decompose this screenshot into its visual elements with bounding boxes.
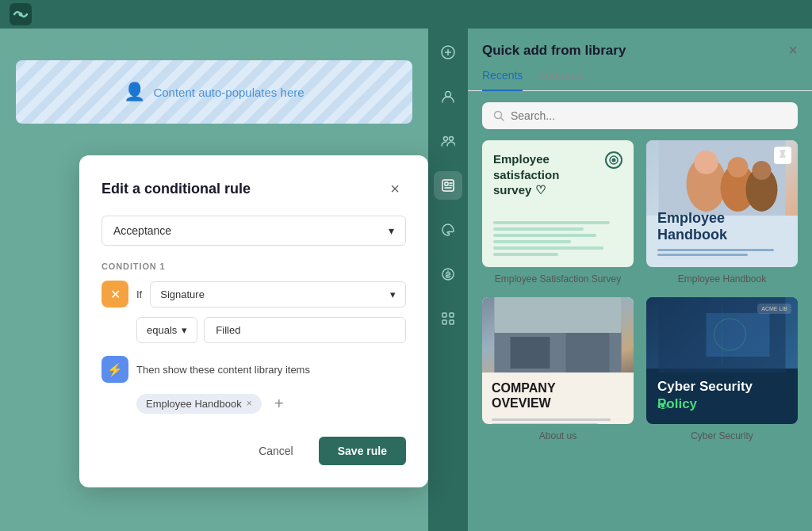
company-card[interactable]: COMPANYOVEVIEW — [482, 297, 634, 424]
list-item[interactable]: COMPANYOVEVIEW About us — [482, 297, 634, 441]
top-bar — [0, 0, 812, 29]
list-item[interactable]: ACME LIB Cyber Security Policy 👁 Cyber S… — [646, 297, 798, 441]
equals-row: equals ▾ Filled — [136, 317, 406, 343]
signature-chevron-icon: ▾ — [390, 288, 396, 300]
content-icon: 👤 — [124, 82, 145, 102]
svg-rect-16 — [450, 320, 454, 324]
svg-rect-30 — [511, 337, 550, 369]
modal-header: Edit a conditional rule × — [102, 178, 406, 200]
svg-point-25 — [728, 157, 749, 178]
survey-header: Employee satisfaction survey ♡ — [493, 151, 622, 198]
filled-value: Filled — [204, 317, 406, 343]
tab-featured[interactable]: Featured — [538, 69, 583, 91]
dropdown-chevron-icon: ▾ — [389, 224, 394, 237]
add-tag-button[interactable]: + — [268, 392, 290, 414]
main-container: 👤 Content auto-populates here Edit a con… — [0, 29, 812, 531]
modal-close-button[interactable]: × — [384, 178, 406, 200]
svg-rect-8 — [445, 182, 448, 185]
palette-icon-button[interactable] — [434, 216, 462, 244]
company-label: About us — [539, 430, 576, 441]
handbook-card[interactable]: EmployeeHandbook — [646, 140, 798, 267]
employee-handbook-tag[interactable]: Employee Handbook × — [136, 394, 262, 414]
svg-point-27 — [753, 161, 772, 180]
svg-point-0 — [19, 13, 23, 17]
company-lines — [482, 418, 634, 424]
equals-dropdown[interactable]: equals ▾ — [136, 317, 197, 343]
company-photo — [482, 297, 634, 372]
billing-icon-button[interactable] — [434, 260, 462, 288]
users-icon-button[interactable] — [434, 82, 462, 111]
then-label: Then show these content library items — [136, 364, 310, 376]
svg-rect-14 — [450, 313, 454, 317]
save-rule-button[interactable]: Save rule — [319, 437, 406, 465]
team-icon-button[interactable] — [434, 127, 462, 155]
library-header: Quick add from library × — [468, 29, 812, 59]
canvas-area: 👤 Content auto-populates here Edit a con… — [0, 29, 428, 531]
svg-point-20 — [612, 159, 616, 162]
tag-label: Employee Handbook — [146, 398, 242, 410]
acceptance-dropdown[interactable]: Acceptance ▾ — [102, 216, 406, 246]
grid-icon-button[interactable] — [434, 304, 462, 333]
condition-x-icon: ✕ — [102, 281, 128, 308]
svg-point-23 — [695, 151, 718, 174]
svg-rect-34 — [707, 313, 770, 357]
app-logo — [10, 3, 32, 25]
condition-if-row: ✕ If Signature ▾ — [102, 281, 406, 308]
cyber-label: Cyber Security — [691, 430, 753, 441]
library-panel: Quick add from library × Recents Feature… — [468, 29, 812, 531]
search-bar — [482, 102, 798, 129]
handbook-lines — [657, 249, 787, 256]
if-label: If — [136, 288, 142, 300]
auto-populate-text: Content auto-populates here — [153, 86, 304, 99]
survey-card[interactable]: Employee satisfaction survey ♡ — [482, 140, 634, 267]
handbook-label: Employee Handbook — [678, 273, 766, 285]
svg-rect-15 — [442, 320, 446, 324]
cyber-badge: ACME LIB — [757, 304, 791, 314]
icon-bar — [428, 29, 468, 531]
svg-rect-32 — [495, 297, 622, 333]
content-icon-button[interactable] — [434, 171, 462, 200]
conditional-rule-modal: Edit a conditional rule × Acceptance ▾ C… — [79, 155, 428, 487]
svg-line-18 — [501, 118, 504, 121]
add-icon-button[interactable] — [434, 38, 462, 67]
condition-lightning-icon: ⚡ — [102, 356, 128, 383]
library-close-button[interactable]: × — [788, 41, 798, 59]
modal-footer: Cancel Save rule — [102, 437, 406, 465]
company-title: COMPANYOVEVIEW — [482, 372, 634, 418]
signature-dropdown[interactable]: Signature ▾ — [150, 281, 406, 308]
cyber-title: Cyber Security Policy — [657, 378, 787, 413]
library-title: Quick add from library — [482, 43, 626, 59]
equals-chevron-icon: ▾ — [182, 324, 187, 336]
library-grid: Employee satisfaction survey ♡ — [468, 140, 812, 456]
search-input[interactable] — [511, 109, 787, 122]
handbook-badge — [774, 147, 791, 164]
modal-title: Edit a conditional rule — [102, 181, 251, 197]
signature-value: Signature — [160, 288, 205, 300]
handbook-title: EmployeeHandbook — [657, 210, 787, 244]
svg-rect-13 — [442, 313, 446, 317]
svg-point-6 — [450, 137, 454, 141]
svg-point-12 — [442, 269, 454, 280]
tag-row: Employee Handbook × + — [136, 392, 406, 414]
survey-check-icon — [605, 151, 622, 169]
right-panel: Quick add from library × Recents Feature… — [428, 29, 812, 531]
survey-label: Employee Satisfaction Survey — [495, 273, 621, 285]
list-item[interactable]: EmployeeHandbook Employee Handbook — [646, 140, 798, 285]
cyber-eye-icon: 👁 — [657, 400, 668, 413]
search-icon — [493, 110, 504, 121]
survey-lines — [493, 221, 622, 256]
condition-label: CONDITION 1 — [102, 262, 406, 271]
auto-populate-banner: 👤 Content auto-populates here — [16, 60, 412, 124]
list-item[interactable]: Employee satisfaction survey ♡ — [482, 140, 634, 285]
cancel-button[interactable]: Cancel — [243, 437, 309, 465]
acceptance-value: Acceptance — [113, 224, 171, 237]
svg-point-5 — [444, 137, 448, 141]
tag-close-icon[interactable]: × — [247, 398, 252, 409]
library-tabs: Recents Featured — [468, 59, 812, 91]
equals-value: equals — [147, 324, 177, 336]
condition-then-row: ⚡ Then show these content library items — [102, 356, 406, 383]
cyber-card[interactable]: ACME LIB Cyber Security Policy 👁 — [646, 297, 798, 424]
tab-recents[interactable]: Recents — [482, 69, 523, 91]
